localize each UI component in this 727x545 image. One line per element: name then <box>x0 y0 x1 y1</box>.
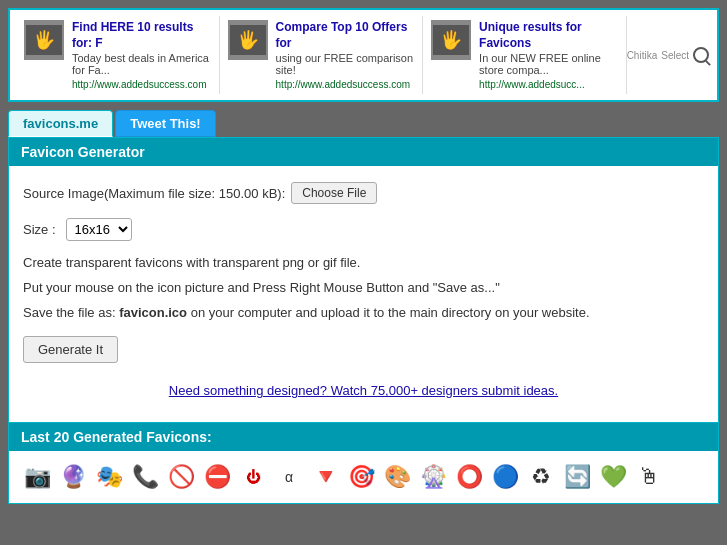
fav-icon-15[interactable]: ♻ <box>525 461 557 493</box>
ad-text-1: Find HERE 10 results for: F Today best d… <box>72 20 211 90</box>
fav-icon-14[interactable]: 🔵 <box>489 461 521 493</box>
form-area: Source Image(Maximum file size: 150.00 k… <box>9 166 718 412</box>
fav-icon-7[interactable]: ⏻ <box>237 461 269 493</box>
fav-icon-3[interactable]: 🎭 <box>93 461 125 493</box>
source-label: Source Image(Maximum file size: 150.00 k… <box>23 186 285 201</box>
tab-tweet[interactable]: Tweet This! <box>115 110 216 137</box>
ad-thumb-1: 🖐 <box>24 20 64 60</box>
last-favicons-header: Last 20 Generated Favicons: <box>9 423 718 451</box>
ad-banner: 🖐 Find HERE 10 results for: F Today best… <box>8 8 719 102</box>
fav-icon-17[interactable]: 💚 <box>597 461 629 493</box>
info-text-2: Put your mouse on the icon picture and P… <box>23 280 704 295</box>
select-label[interactable]: Select <box>661 50 689 61</box>
ad-footer: Chitika Select <box>627 16 711 94</box>
fav-icon-11[interactable]: 🎨 <box>381 461 413 493</box>
fav-icon-12[interactable]: 🎡 <box>417 461 449 493</box>
fav-icon-5[interactable]: 🚫 <box>165 461 197 493</box>
ad-url-3: http://www.addedsucc... <box>479 79 618 90</box>
info-text-3-prefix: Save the file as: <box>23 305 116 320</box>
ad-item-3[interactable]: 🖐 Unique results for Favicons In our NEW… <box>423 16 627 94</box>
info-text-1: Create transparent favicons with transpa… <box>23 255 704 270</box>
ad-image-2: 🖐 <box>230 25 266 55</box>
main-content: Favicon Generator Source Image(Maximum f… <box>8 137 719 423</box>
ad-text-2: Compare Top 10 Offers for using our FREE… <box>276 20 415 90</box>
fav-icon-10[interactable]: 🎯 <box>345 461 377 493</box>
ad-thumb-3: 🖐 <box>431 20 471 60</box>
ad-item-1[interactable]: 🖐 Find HERE 10 results for: F Today best… <box>16 16 220 94</box>
ad-item-2[interactable]: 🖐 Compare Top 10 Offers for using our FR… <box>220 16 424 94</box>
fav-icon-8[interactable]: α <box>273 461 305 493</box>
fav-icon-6[interactable]: ⛔ <box>201 461 233 493</box>
ad-desc-1: Today best deals in America for Fa... <box>72 52 211 76</box>
info-text-3: Save the file as: favicon.ico on your co… <box>23 305 704 320</box>
choose-file-button[interactable]: Choose File <box>291 182 377 204</box>
fav-icon-1[interactable]: 📷 <box>21 461 53 493</box>
fav-icon-16[interactable]: 🔄 <box>561 461 593 493</box>
ad-title-3[interactable]: Unique results for Favicons <box>479 20 618 51</box>
ad-desc-3: In our NEW FREE online store compa... <box>479 52 618 76</box>
size-select[interactable]: 16x16 32x32 48x48 64x64 <box>66 218 132 241</box>
ad-image-3: 🖐 <box>433 25 469 55</box>
fav-icon-4[interactable]: 📞 <box>129 461 161 493</box>
ad-title-2[interactable]: Compare Top 10 Offers for <box>276 20 415 51</box>
ad-image-1: 🖐 <box>26 25 62 55</box>
fav-icon-18[interactable]: 🖱 <box>633 461 665 493</box>
ad-desc-2: using our FREE comparison site! <box>276 52 415 76</box>
ad-title-1[interactable]: Find HERE 10 results for: F <box>72 20 211 51</box>
ad-thumb-2: 🖐 <box>228 20 268 60</box>
chitika-label: Chitika <box>627 50 658 61</box>
ad-text-3: Unique results for Favicons In our NEW F… <box>479 20 618 90</box>
ad-url-2: http://www.addedsuccess.com <box>276 79 415 90</box>
favicon-gallery: 📷 🔮 🎭 📞 🚫 ⛔ ⏻ α 🔻 🎯 🎨 🎡 ⭕ 🔵 ♻ 🔄 💚 🖱 <box>9 451 718 503</box>
source-image-row: Source Image(Maximum file size: 150.00 k… <box>23 182 704 204</box>
size-row: Size : 16x16 32x32 48x48 64x64 <box>23 218 704 241</box>
design-link[interactable]: Need something designed? Watch 75,000+ d… <box>169 383 558 398</box>
search-icon[interactable] <box>693 47 709 63</box>
size-label: Size : <box>23 222 56 237</box>
ad-url-1: http://www.addedsuccess.com <box>72 79 211 90</box>
tab-bar: favicons.me Tweet This! <box>8 110 719 137</box>
tab-favicons[interactable]: favicons.me <box>8 110 113 137</box>
favicon-generator-header: Favicon Generator <box>9 138 718 166</box>
fav-icon-13[interactable]: ⭕ <box>453 461 485 493</box>
design-link-container: Need something designed? Watch 75,000+ d… <box>23 383 704 398</box>
fav-icon-2[interactable]: 🔮 <box>57 461 89 493</box>
info-text-3-suffix: on your computer and upload it to the ma… <box>191 305 590 320</box>
last-favicons-section: Last 20 Generated Favicons: 📷 🔮 🎭 📞 🚫 ⛔ … <box>8 423 719 504</box>
fav-icon-9[interactable]: 🔻 <box>309 461 341 493</box>
generate-button[interactable]: Generate It <box>23 336 118 363</box>
favicon-filename: favicon.ico <box>119 305 187 320</box>
